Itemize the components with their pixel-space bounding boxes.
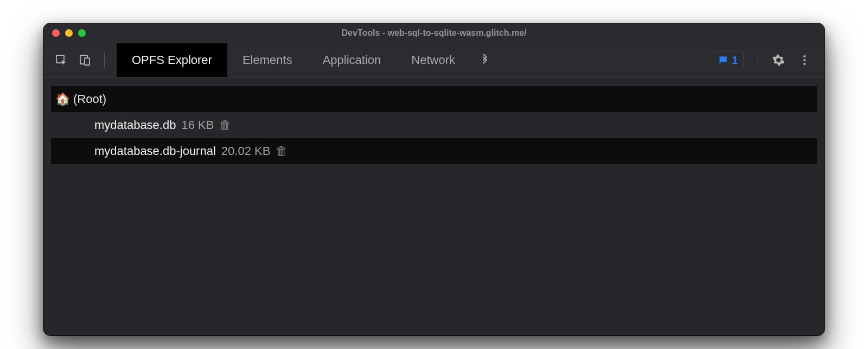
maximize-window-button[interactable] [78,29,86,37]
root-row[interactable]: 🏠 (Root) [51,86,817,112]
titlebar: DevTools - web-sql-to-sqlite-wasm.glitch… [43,23,825,43]
issues-badge[interactable]: 1 [712,51,744,69]
file-row[interactable]: mydatabase.db 16 KB 🗑 [51,112,817,138]
tab-opfs-explorer[interactable]: OPFS Explorer [117,43,227,77]
tab-label: Network [411,53,455,67]
window-title: DevTools - web-sql-to-sqlite-wasm.glitch… [43,28,825,38]
chat-icon [718,55,729,66]
opfs-explorer-panel: 🏠 (Root) mydatabase.db 16 KB 🗑 mydatabas… [43,77,825,335]
file-size: 20.02 KB [221,144,271,158]
tab-elements[interactable]: Elements [227,43,308,77]
svg-point-4 [803,59,806,61]
more-tabs-button[interactable] [470,43,500,77]
device-toolbar-icon[interactable] [77,52,93,68]
traffic-lights [52,29,86,37]
root-label: (Root) [73,92,106,106]
tab-label: OPFS Explorer [132,53,212,67]
tab-network[interactable]: Network [396,43,470,77]
settings-button[interactable] [770,52,787,68]
file-name: mydatabase.db-journal [94,144,216,158]
inspect-element-icon[interactable] [53,52,69,68]
trash-icon[interactable]: 🗑 [276,144,288,158]
file-size: 16 KB [181,118,214,132]
issues-count: 1 [732,54,738,67]
file-row[interactable]: mydatabase.db-journal 20.02 KB 🗑 [51,138,817,164]
kebab-menu-button[interactable] [796,52,813,68]
trash-icon[interactable]: 🗑 [219,118,231,132]
kebab-icon [798,54,811,67]
svg-rect-2 [85,58,90,65]
tab-label: Application [323,53,381,67]
devtools-window: DevTools - web-sql-to-sqlite-wasm.glitch… [43,23,825,336]
toolbar-separator [104,53,105,68]
home-icon: 🏠 [55,92,70,106]
tab-application[interactable]: Application [308,43,397,77]
svg-point-3 [803,55,806,57]
tab-label: Elements [242,53,292,67]
gear-icon [772,54,785,67]
minimize-window-button[interactable] [65,29,73,37]
panel-tabs: OPFS Explorer Elements Application Netwo… [117,43,500,77]
close-window-button[interactable] [52,29,60,37]
file-name: mydatabase.db [94,118,176,132]
devtools-toolbar: OPFS Explorer Elements Application Netwo… [43,43,825,77]
svg-point-5 [803,63,806,65]
toolbar-separator [757,53,757,68]
